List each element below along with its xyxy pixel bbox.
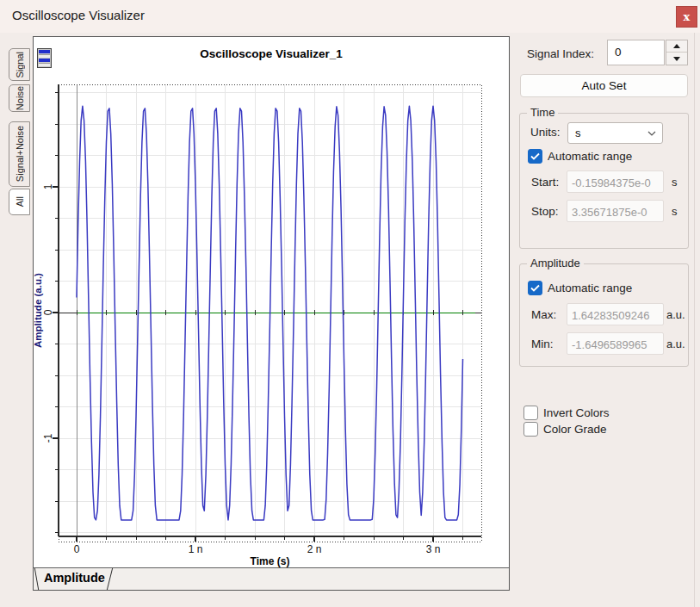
- min-value-field[interactable]: -1.6496589965: [567, 332, 664, 355]
- signal-index-stepper: [666, 40, 688, 65]
- arrow-down-icon: [673, 57, 680, 61]
- arrow-up-icon: [673, 44, 680, 48]
- start-value-field[interactable]: -0.15984375e-0: [567, 170, 664, 193]
- amplitude-group-title: Amplitude: [527, 257, 584, 269]
- stop-label: Stop:: [531, 205, 559, 218]
- sheet-tab-strip: Amplitude: [34, 567, 509, 590]
- chart-panel: 01 n2 n3 n10-1Time (s)Amplitude (a.u.) O…: [33, 36, 510, 591]
- signal-index-label: Signal Index:: [527, 47, 594, 60]
- time-auto-range-checkbox[interactable]: [528, 149, 542, 164]
- amplitude-auto-range-label: Automatic range: [548, 282, 632, 294]
- graph-export-icon[interactable]: [37, 48, 52, 68]
- sheet-tab-left-edge: [34, 568, 39, 590]
- start-unit: s: [672, 176, 678, 189]
- svg-text:2 n: 2 n: [307, 543, 322, 555]
- close-icon: x: [684, 10, 691, 23]
- svg-text:-1: -1: [42, 433, 54, 443]
- sheet-tab-amplitude[interactable]: Amplitude: [34, 568, 116, 590]
- svg-text:3 n: 3 n: [426, 543, 441, 555]
- start-label: Start:: [531, 176, 559, 189]
- min-unit: a.u.: [666, 338, 685, 350]
- amplitude-group: Amplitude Automatic range Max: 1.6428350…: [519, 263, 689, 367]
- check-icon: [529, 282, 542, 294]
- spin-down-button[interactable]: [666, 53, 687, 65]
- svg-text:1 n: 1 n: [189, 543, 203, 555]
- svg-text:1: 1: [42, 183, 54, 189]
- signal-index-input[interactable]: 0: [607, 40, 665, 65]
- spin-up-button[interactable]: [666, 40, 687, 53]
- max-unit: a.u.: [666, 308, 685, 321]
- window-edge-divider: [694, 33, 695, 607]
- sheet-tab-right-edge: [107, 568, 113, 590]
- chevron-down-icon: [647, 131, 656, 136]
- close-button[interactable]: x: [676, 6, 697, 28]
- max-value-field[interactable]: 1.64283509246: [567, 303, 664, 325]
- units-selected-value: s: [575, 127, 581, 139]
- stop-unit: s: [672, 205, 678, 218]
- svg-text:0: 0: [74, 543, 80, 555]
- tab-noise-label: Noise: [15, 86, 25, 110]
- svg-text:Time (s): Time (s): [251, 555, 290, 567]
- chart-title: Oscilloscope Visualizer_1: [34, 47, 509, 60]
- tab-noise[interactable]: Noise: [9, 84, 30, 112]
- tab-signal-plus-noise-label: Signal+Noise: [15, 126, 25, 182]
- tab-signal-plus-noise[interactable]: Signal+Noise: [9, 121, 30, 187]
- invert-colors-checkbox[interactable]: [523, 406, 538, 420]
- window-title: Oscilloscope Visualizer: [12, 8, 145, 22]
- tab-signal-label: Signal: [15, 52, 25, 78]
- units-select[interactable]: s: [567, 122, 663, 144]
- time-group: Time Units: s Automatic range Start: -0.…: [519, 113, 689, 249]
- stop-value-field[interactable]: 3.35671875e-0: [567, 200, 664, 222]
- min-label: Min:: [531, 338, 554, 350]
- color-grade-checkbox[interactable]: [523, 422, 538, 437]
- title-bar: Oscilloscope Visualizer x: [0, 0, 700, 33]
- oscilloscope-plot: 01 n2 n3 n10-1Time (s)Amplitude (a.u.): [34, 37, 509, 567]
- svg-text:0: 0: [42, 309, 54, 315]
- tab-all-label: All: [15, 196, 25, 207]
- max-label: Max:: [531, 308, 556, 321]
- check-icon: [529, 150, 542, 163]
- time-auto-range-label: Automatic range: [548, 150, 632, 163]
- time-group-title: Time: [527, 106, 558, 119]
- color-grade-label: Color Grade: [543, 423, 607, 436]
- tab-all[interactable]: All: [9, 189, 30, 215]
- invert-colors-label: Invert Colors: [543, 406, 610, 419]
- amplitude-auto-range-checkbox[interactable]: [528, 281, 542, 295]
- auto-set-button[interactable]: Auto Set: [520, 74, 688, 97]
- sheet-tab-label: Amplitude: [44, 571, 105, 585]
- units-label: Units:: [530, 126, 561, 139]
- oscilloscope-visualizer-window: { "window": { "title": "Oscilloscope Vis…: [0, 0, 700, 607]
- tab-signal[interactable]: Signal: [9, 48, 30, 81]
- svg-text:Amplitude (a.u.): Amplitude (a.u.): [34, 273, 43, 348]
